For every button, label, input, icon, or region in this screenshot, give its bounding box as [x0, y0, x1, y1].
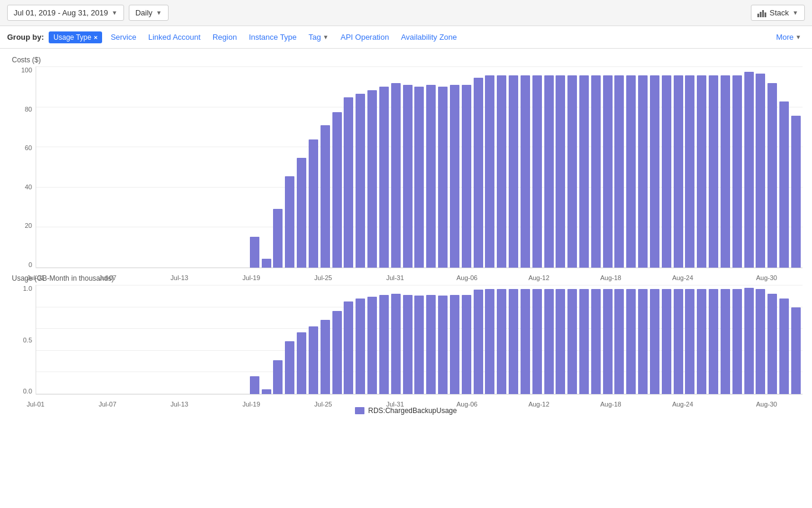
- stack-button[interactable]: Stack ▼: [751, 5, 805, 21]
- bar: [591, 289, 601, 394]
- bar: [556, 75, 565, 268]
- group-link-availability-zone[interactable]: Availability Zone: [397, 31, 460, 43]
- bar-item: [766, 285, 778, 394]
- bar: [685, 75, 694, 268]
- bar: [579, 75, 589, 268]
- bar: [321, 125, 330, 268]
- bar: [297, 158, 306, 268]
- bar-item: [673, 285, 684, 394]
- bar-item: [237, 66, 249, 268]
- bar-item: [225, 285, 237, 394]
- bar: [721, 289, 730, 394]
- period-chevron: ▼: [156, 9, 162, 16]
- bar-item: [508, 285, 519, 394]
- bar-item: [554, 66, 566, 268]
- more-button[interactable]: More ▼: [772, 31, 805, 43]
- bar-item: [272, 285, 284, 394]
- bar: [344, 97, 353, 268]
- bar-item: [625, 66, 637, 268]
- bar-item: [261, 66, 272, 268]
- x-label: Aug-18: [600, 274, 621, 281]
- bar-item: [272, 66, 284, 268]
- bar: [721, 75, 730, 268]
- date-range-button[interactable]: Jul 01, 2019 - Aug 31, 2019 ▼: [7, 5, 124, 21]
- bar-item: [590, 66, 602, 268]
- bar-item: [437, 285, 449, 394]
- bar-item: [637, 285, 649, 394]
- bar-item: [696, 285, 708, 394]
- bar-item: [543, 66, 555, 268]
- bar: [732, 289, 742, 394]
- bar-item: [249, 66, 261, 268]
- bar: [485, 289, 494, 394]
- group-link-service[interactable]: Service: [107, 31, 139, 43]
- bar: [791, 307, 801, 394]
- bar-item: [142, 285, 154, 394]
- bar-item: [743, 66, 755, 268]
- bar-item: [578, 66, 590, 268]
- bar: [414, 296, 424, 394]
- y-tick: 0.0: [23, 388, 32, 395]
- bar: [567, 289, 577, 394]
- group-link-api-operation[interactable]: API Operation: [337, 31, 393, 43]
- y-tick: 1.0: [23, 285, 32, 292]
- bar-item: [425, 285, 437, 394]
- x-label: Jul-07: [99, 401, 116, 408]
- bar: [509, 289, 518, 394]
- cost-chart-y-label: Costs ($): [9, 56, 803, 64]
- bar-item: [49, 285, 61, 394]
- y-tick: 0: [28, 261, 32, 268]
- bar: [756, 74, 765, 268]
- date-range-label: Jul 01, 2019 - Aug 31, 2019: [14, 8, 108, 17]
- group-link-tag[interactable]: Tag ▼: [305, 31, 332, 43]
- bar: [262, 389, 271, 394]
- bar: [744, 288, 754, 394]
- bar-item: [61, 285, 72, 394]
- bar-item: [190, 66, 202, 268]
- bar: [426, 295, 436, 394]
- bar: [521, 75, 530, 268]
- group-link-instance-type[interactable]: Instance Type: [245, 31, 300, 43]
- group-link-region[interactable]: Region: [209, 31, 240, 43]
- x-label: Jul-19: [242, 401, 260, 408]
- group-link-linked-account[interactable]: Linked Account: [145, 31, 204, 43]
- bar-item: [566, 285, 578, 394]
- bar-item: [449, 285, 461, 394]
- bar: [779, 101, 789, 268]
- usage-chart-canvas: [36, 285, 803, 395]
- period-button[interactable]: Daily ▼: [129, 5, 169, 21]
- bar-item: [107, 285, 119, 394]
- bar: [426, 85, 436, 268]
- bar: [497, 289, 506, 394]
- bar-item: [790, 285, 802, 394]
- bar-item: [614, 285, 626, 394]
- bar: [403, 295, 413, 394]
- bar: [297, 332, 306, 394]
- date-range-chevron: ▼: [112, 9, 118, 16]
- bar-item: [731, 285, 743, 394]
- bar: [767, 83, 777, 268]
- y-tick: 80: [25, 106, 32, 113]
- bar-item: [778, 285, 790, 394]
- bar-item: [684, 66, 696, 268]
- bar-item: [484, 66, 496, 268]
- bar-item: [84, 285, 96, 394]
- bar: [662, 75, 671, 268]
- bar-item: [166, 285, 178, 394]
- bar: [309, 326, 318, 394]
- bar: [356, 299, 365, 394]
- bar: [603, 75, 613, 268]
- bar-item: [449, 66, 461, 268]
- bar-item: [366, 66, 378, 268]
- bar-item: [625, 285, 637, 394]
- bar: [509, 75, 518, 268]
- bar-item: [343, 285, 355, 394]
- close-icon[interactable]: ×: [94, 34, 97, 41]
- active-group-tag[interactable]: Usage Type ×: [49, 31, 102, 43]
- bar: [532, 289, 542, 394]
- bar-item: [472, 285, 484, 394]
- bar-item: [72, 66, 84, 268]
- bar-item: [142, 66, 154, 268]
- bar-item: [131, 66, 143, 268]
- bar: [438, 87, 448, 268]
